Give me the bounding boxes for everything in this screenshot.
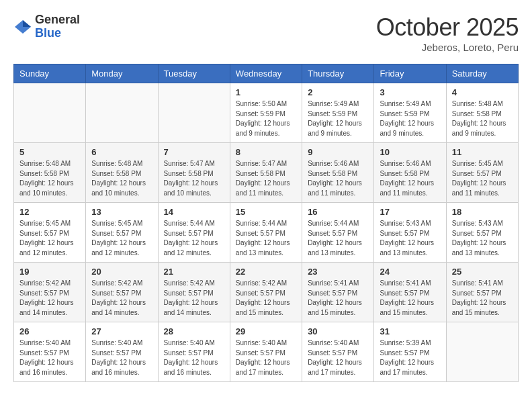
day-number: 6 (91, 147, 152, 157)
day-info: Sunrise: 5:45 AM Sunset: 5:57 PM Dayligh… (452, 159, 513, 198)
calendar-cell: 23Sunrise: 5:41 AM Sunset: 5:57 PM Dayli… (302, 263, 374, 322)
logo-general: General (35, 13, 80, 26)
day-number: 29 (236, 326, 296, 336)
day-number: 9 (308, 147, 368, 157)
logo-text: General Blue (35, 13, 80, 40)
day-info: Sunrise: 5:40 AM Sunset: 5:57 PM Dayligh… (19, 338, 80, 377)
day-number: 14 (164, 207, 224, 217)
day-number: 5 (19, 147, 80, 157)
calendar-cell (446, 322, 518, 382)
day-info: Sunrise: 5:47 AM Sunset: 5:58 PM Dayligh… (236, 159, 296, 198)
calendar-cell: 21Sunrise: 5:42 AM Sunset: 5:57 PM Dayli… (158, 263, 230, 322)
day-number: 28 (164, 326, 224, 336)
calendar-cell: 19Sunrise: 5:42 AM Sunset: 5:57 PM Dayli… (14, 263, 86, 322)
calendar-cell: 5Sunrise: 5:48 AM Sunset: 5:58 PM Daylig… (14, 143, 86, 203)
day-number: 7 (164, 147, 224, 157)
day-number: 16 (308, 207, 368, 217)
day-number: 30 (308, 326, 368, 336)
day-info: Sunrise: 5:42 AM Sunset: 5:57 PM Dayligh… (19, 279, 80, 318)
calendar-cell: 25Sunrise: 5:41 AM Sunset: 5:57 PM Dayli… (446, 263, 518, 322)
day-info: Sunrise: 5:43 AM Sunset: 5:57 PM Dayligh… (380, 219, 440, 258)
calendar-cell: 30Sunrise: 5:40 AM Sunset: 5:57 PM Dayli… (302, 322, 374, 382)
calendar-cell: 6Sunrise: 5:48 AM Sunset: 5:58 PM Daylig… (86, 143, 158, 203)
day-number: 3 (380, 87, 440, 97)
day-number: 8 (236, 147, 296, 157)
calendar-cell (158, 83, 230, 143)
calendar-cell: 9Sunrise: 5:46 AM Sunset: 5:58 PM Daylig… (302, 143, 374, 203)
day-number: 4 (452, 87, 513, 97)
weekday-header-row: SundayMondayTuesdayWednesdayThursdayFrid… (14, 64, 519, 83)
day-number: 19 (19, 267, 80, 277)
calendar-cell: 2Sunrise: 5:49 AM Sunset: 5:59 PM Daylig… (302, 83, 374, 143)
day-info: Sunrise: 5:41 AM Sunset: 5:57 PM Dayligh… (380, 279, 440, 318)
calendar-cell: 13Sunrise: 5:45 AM Sunset: 5:57 PM Dayli… (86, 203, 158, 263)
logo-blue: Blue (35, 26, 61, 40)
logo-icon (13, 17, 32, 36)
calendar-cell: 4Sunrise: 5:48 AM Sunset: 5:58 PM Daylig… (446, 83, 518, 143)
calendar-week-row: 5Sunrise: 5:48 AM Sunset: 5:58 PM Daylig… (14, 143, 519, 203)
weekday-header: Saturday (446, 64, 518, 83)
weekday-header: Friday (374, 64, 446, 83)
day-info: Sunrise: 5:49 AM Sunset: 5:59 PM Dayligh… (380, 99, 440, 138)
calendar-week-row: 12Sunrise: 5:45 AM Sunset: 5:57 PM Dayli… (14, 203, 519, 263)
calendar-cell (86, 83, 158, 143)
day-info: Sunrise: 5:48 AM Sunset: 5:58 PM Dayligh… (452, 99, 513, 138)
day-info: Sunrise: 5:41 AM Sunset: 5:57 PM Dayligh… (452, 279, 513, 318)
day-info: Sunrise: 5:48 AM Sunset: 5:58 PM Dayligh… (91, 159, 152, 198)
day-info: Sunrise: 5:44 AM Sunset: 5:57 PM Dayligh… (236, 219, 296, 258)
day-number: 26 (19, 326, 80, 336)
calendar-cell: 15Sunrise: 5:44 AM Sunset: 5:57 PM Dayli… (230, 203, 302, 263)
weekday-header: Tuesday (158, 64, 230, 83)
calendar-week-row: 19Sunrise: 5:42 AM Sunset: 5:57 PM Dayli… (14, 263, 519, 322)
calendar-cell: 28Sunrise: 5:40 AM Sunset: 5:57 PM Dayli… (158, 322, 230, 382)
day-info: Sunrise: 5:46 AM Sunset: 5:58 PM Dayligh… (380, 159, 440, 198)
day-info: Sunrise: 5:40 AM Sunset: 5:57 PM Dayligh… (236, 338, 296, 377)
calendar-table: SundayMondayTuesdayWednesdayThursdayFrid… (13, 64, 519, 382)
weekday-header: Wednesday (230, 64, 302, 83)
calendar-cell (14, 83, 86, 143)
day-number: 22 (236, 267, 296, 277)
day-number: 27 (91, 326, 152, 336)
day-number: 10 (380, 147, 440, 157)
calendar-cell: 7Sunrise: 5:47 AM Sunset: 5:58 PM Daylig… (158, 143, 230, 203)
calendar-cell: 22Sunrise: 5:42 AM Sunset: 5:57 PM Dayli… (230, 263, 302, 322)
month-title: October 2025 (376, 13, 519, 42)
weekday-header: Monday (86, 64, 158, 83)
calendar-cell: 31Sunrise: 5:39 AM Sunset: 5:57 PM Dayli… (374, 322, 446, 382)
day-number: 17 (380, 207, 440, 217)
day-info: Sunrise: 5:41 AM Sunset: 5:57 PM Dayligh… (308, 279, 368, 318)
day-info: Sunrise: 5:50 AM Sunset: 5:59 PM Dayligh… (236, 99, 296, 138)
day-number: 24 (380, 267, 440, 277)
day-number: 20 (91, 267, 152, 277)
day-info: Sunrise: 5:45 AM Sunset: 5:57 PM Dayligh… (91, 219, 152, 258)
calendar-week-row: 1Sunrise: 5:50 AM Sunset: 5:59 PM Daylig… (14, 83, 519, 143)
day-number: 23 (308, 267, 368, 277)
page-header: General Blue October 2025 Jeberos, Loret… (13, 13, 519, 53)
day-info: Sunrise: 5:39 AM Sunset: 5:57 PM Dayligh… (380, 338, 440, 377)
calendar-cell: 20Sunrise: 5:42 AM Sunset: 5:57 PM Dayli… (86, 263, 158, 322)
day-number: 11 (452, 147, 513, 157)
logo: General Blue (13, 13, 80, 40)
day-number: 15 (236, 207, 296, 217)
day-info: Sunrise: 5:49 AM Sunset: 5:59 PM Dayligh… (308, 99, 368, 138)
calendar-cell: 27Sunrise: 5:40 AM Sunset: 5:57 PM Dayli… (86, 322, 158, 382)
calendar-cell: 26Sunrise: 5:40 AM Sunset: 5:57 PM Dayli… (14, 322, 86, 382)
day-info: Sunrise: 5:44 AM Sunset: 5:57 PM Dayligh… (164, 219, 224, 258)
calendar-cell: 12Sunrise: 5:45 AM Sunset: 5:57 PM Dayli… (14, 203, 86, 263)
day-info: Sunrise: 5:43 AM Sunset: 5:57 PM Dayligh… (452, 219, 513, 258)
day-info: Sunrise: 5:42 AM Sunset: 5:57 PM Dayligh… (91, 279, 152, 318)
day-number: 2 (308, 87, 368, 97)
calendar-cell: 24Sunrise: 5:41 AM Sunset: 5:57 PM Dayli… (374, 263, 446, 322)
calendar-cell: 10Sunrise: 5:46 AM Sunset: 5:58 PM Dayli… (374, 143, 446, 203)
day-info: Sunrise: 5:46 AM Sunset: 5:58 PM Dayligh… (308, 159, 368, 198)
calendar-cell: 14Sunrise: 5:44 AM Sunset: 5:57 PM Dayli… (158, 203, 230, 263)
title-block: October 2025 Jeberos, Loreto, Peru (376, 13, 519, 53)
calendar-cell: 1Sunrise: 5:50 AM Sunset: 5:59 PM Daylig… (230, 83, 302, 143)
weekday-header: Thursday (302, 64, 374, 83)
calendar-cell: 8Sunrise: 5:47 AM Sunset: 5:58 PM Daylig… (230, 143, 302, 203)
day-info: Sunrise: 5:40 AM Sunset: 5:57 PM Dayligh… (308, 338, 368, 377)
day-info: Sunrise: 5:42 AM Sunset: 5:57 PM Dayligh… (164, 279, 224, 318)
day-number: 18 (452, 207, 513, 217)
location-subtitle: Jeberos, Loreto, Peru (376, 42, 519, 53)
day-number: 1 (236, 87, 296, 97)
